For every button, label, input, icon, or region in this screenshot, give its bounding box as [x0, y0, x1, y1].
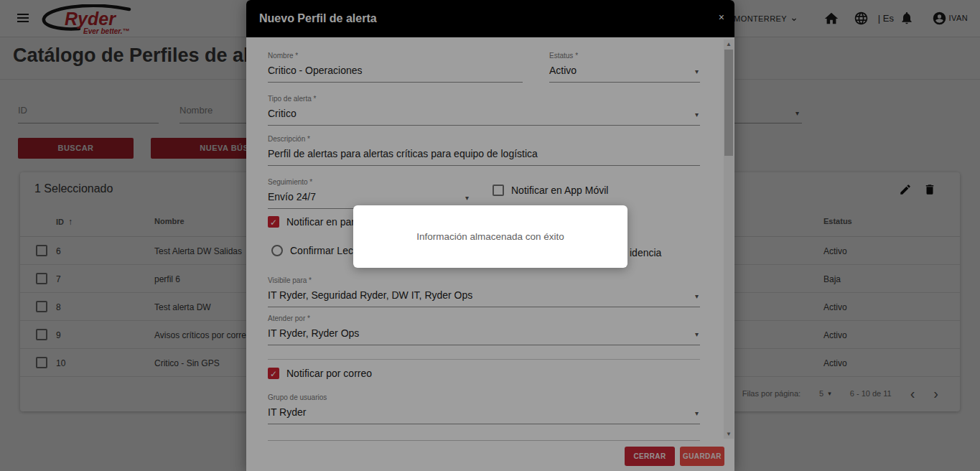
- toast-message: Información almacenada con éxito: [416, 231, 564, 242]
- success-toast: Información almacenada con éxito: [353, 205, 627, 268]
- app-root: Ryder Ever better.™ MÉXICO, MONTERREY | …: [0, 0, 980, 471]
